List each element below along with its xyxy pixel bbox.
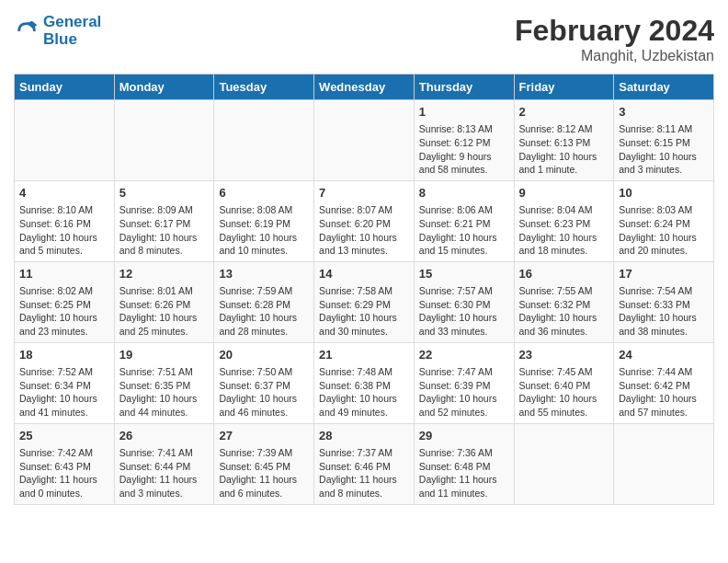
day-info: Sunrise: 8:06 AM Sunset: 6:21 PM Dayligh…	[419, 203, 509, 258]
calendar-week-row: 25Sunrise: 7:42 AM Sunset: 6:43 PM Dayli…	[15, 423, 714, 504]
day-info: Sunrise: 7:41 AM Sunset: 6:44 PM Dayligh…	[119, 446, 210, 500]
weekday-header-tuesday: Tuesday	[214, 75, 314, 100]
calendar-cell	[214, 100, 314, 181]
logo-blue: Blue	[43, 30, 77, 48]
day-info: Sunrise: 7:45 AM Sunset: 6:40 PM Dayligh…	[519, 365, 609, 419]
day-number: 2	[519, 104, 609, 121]
logo-icon	[14, 18, 40, 44]
day-number: 10	[619, 185, 709, 201]
day-info: Sunrise: 8:09 AM Sunset: 6:17 PM Dayligh…	[119, 203, 210, 258]
day-number: 12	[119, 266, 210, 282]
calendar-cell: 16Sunrise: 7:55 AM Sunset: 6:32 PM Dayli…	[514, 261, 614, 342]
calendar-cell: 26Sunrise: 7:41 AM Sunset: 6:44 PM Dayli…	[114, 423, 214, 504]
logo: General Blue	[14, 14, 101, 48]
day-info: Sunrise: 7:51 AM Sunset: 6:35 PM Dayligh…	[119, 365, 210, 419]
calendar-week-row: 1Sunrise: 8:13 AM Sunset: 6:12 PM Daylig…	[15, 100, 714, 181]
day-info: Sunrise: 8:02 AM Sunset: 6:25 PM Dayligh…	[19, 284, 109, 339]
day-number: 11	[19, 266, 109, 282]
calendar-cell: 23Sunrise: 7:45 AM Sunset: 6:40 PM Dayli…	[514, 342, 614, 423]
day-number: 18	[19, 347, 109, 363]
page-header: General Blue February 2024 Manghit, Uzbe…	[14, 14, 714, 64]
day-info: Sunrise: 7:37 AM Sunset: 6:46 PM Dayligh…	[319, 446, 409, 500]
day-info: Sunrise: 7:47 AM Sunset: 6:39 PM Dayligh…	[419, 365, 509, 419]
calendar-cell: 18Sunrise: 7:52 AM Sunset: 6:34 PM Dayli…	[15, 342, 115, 423]
calendar-week-row: 4Sunrise: 8:10 AM Sunset: 6:16 PM Daylig…	[15, 180, 714, 261]
day-info: Sunrise: 7:42 AM Sunset: 6:43 PM Dayligh…	[19, 446, 109, 500]
weekday-header-sunday: Sunday	[15, 75, 115, 100]
calendar-cell: 20Sunrise: 7:50 AM Sunset: 6:37 PM Dayli…	[214, 342, 314, 423]
calendar-cell: 2Sunrise: 8:12 AM Sunset: 6:13 PM Daylig…	[514, 100, 614, 181]
day-info: Sunrise: 7:54 AM Sunset: 6:33 PM Dayligh…	[619, 284, 709, 339]
day-info: Sunrise: 7:36 AM Sunset: 6:48 PM Dayligh…	[419, 446, 509, 500]
calendar-cell: 4Sunrise: 8:10 AM Sunset: 6:16 PM Daylig…	[15, 180, 115, 261]
calendar-week-row: 18Sunrise: 7:52 AM Sunset: 6:34 PM Dayli…	[15, 342, 714, 423]
day-number: 25	[19, 428, 109, 444]
calendar-cell	[614, 423, 714, 504]
day-info: Sunrise: 7:55 AM Sunset: 6:32 PM Dayligh…	[519, 284, 609, 339]
calendar-cell: 13Sunrise: 7:59 AM Sunset: 6:28 PM Dayli…	[214, 261, 314, 342]
day-number: 5	[119, 185, 210, 201]
day-number: 1	[419, 104, 509, 121]
day-number: 4	[19, 185, 109, 201]
calendar-cell: 5Sunrise: 8:09 AM Sunset: 6:17 PM Daylig…	[114, 180, 214, 261]
calendar-cell: 12Sunrise: 8:01 AM Sunset: 6:26 PM Dayli…	[114, 261, 214, 342]
day-info: Sunrise: 7:44 AM Sunset: 6:42 PM Dayligh…	[619, 365, 709, 419]
day-number: 22	[419, 347, 509, 363]
calendar-cell: 21Sunrise: 7:48 AM Sunset: 6:38 PM Dayli…	[314, 342, 415, 423]
day-number: 20	[219, 347, 309, 363]
calendar-cell: 3Sunrise: 8:11 AM Sunset: 6:15 PM Daylig…	[614, 100, 714, 181]
calendar-cell: 7Sunrise: 8:07 AM Sunset: 6:20 PM Daylig…	[314, 180, 415, 261]
calendar-cell: 29Sunrise: 7:36 AM Sunset: 6:48 PM Dayli…	[414, 423, 514, 504]
calendar-cell: 15Sunrise: 7:57 AM Sunset: 6:30 PM Dayli…	[414, 261, 514, 342]
day-number: 29	[419, 428, 509, 444]
weekday-header-friday: Friday	[514, 75, 614, 100]
day-info: Sunrise: 8:07 AM Sunset: 6:20 PM Dayligh…	[319, 203, 409, 258]
calendar-cell: 17Sunrise: 7:54 AM Sunset: 6:33 PM Dayli…	[614, 261, 714, 342]
day-info: Sunrise: 7:57 AM Sunset: 6:30 PM Dayligh…	[419, 284, 509, 339]
day-info: Sunrise: 8:04 AM Sunset: 6:23 PM Dayligh…	[519, 203, 609, 258]
calendar-cell: 10Sunrise: 8:03 AM Sunset: 6:24 PM Dayli…	[614, 180, 714, 261]
day-info: Sunrise: 8:13 AM Sunset: 6:12 PM Dayligh…	[419, 122, 509, 177]
day-info: Sunrise: 7:58 AM Sunset: 6:29 PM Dayligh…	[319, 284, 409, 339]
day-number: 27	[219, 428, 309, 444]
day-number: 15	[419, 266, 509, 282]
day-number: 23	[519, 347, 609, 363]
calendar-cell: 28Sunrise: 7:37 AM Sunset: 6:46 PM Dayli…	[314, 423, 415, 504]
day-number: 8	[419, 185, 509, 201]
day-info: Sunrise: 8:03 AM Sunset: 6:24 PM Dayligh…	[619, 203, 709, 258]
day-number: 3	[619, 104, 709, 121]
day-number: 24	[619, 347, 709, 363]
day-number: 17	[619, 266, 709, 282]
calendar-cell: 22Sunrise: 7:47 AM Sunset: 6:39 PM Dayli…	[414, 342, 514, 423]
day-info: Sunrise: 7:39 AM Sunset: 6:45 PM Dayligh…	[219, 446, 309, 500]
day-info: Sunrise: 7:59 AM Sunset: 6:28 PM Dayligh…	[219, 284, 309, 339]
calendar-cell	[314, 100, 415, 181]
calendar-cell: 14Sunrise: 7:58 AM Sunset: 6:29 PM Dayli…	[314, 261, 415, 342]
day-info: Sunrise: 7:48 AM Sunset: 6:38 PM Dayligh…	[319, 365, 409, 419]
logo-general: General	[43, 13, 101, 30]
calendar-cell: 11Sunrise: 8:02 AM Sunset: 6:25 PM Dayli…	[15, 261, 115, 342]
day-number: 9	[519, 185, 609, 201]
day-info: Sunrise: 7:50 AM Sunset: 6:37 PM Dayligh…	[219, 365, 309, 419]
day-info: Sunrise: 8:10 AM Sunset: 6:16 PM Dayligh…	[19, 203, 109, 258]
day-number: 6	[219, 185, 309, 201]
calendar-cell: 6Sunrise: 8:08 AM Sunset: 6:19 PM Daylig…	[214, 180, 314, 261]
calendar-cell	[15, 100, 115, 181]
weekday-header-thursday: Thursday	[414, 75, 514, 100]
calendar-cell: 25Sunrise: 7:42 AM Sunset: 6:43 PM Dayli…	[15, 423, 115, 504]
calendar-cell: 24Sunrise: 7:44 AM Sunset: 6:42 PM Dayli…	[614, 342, 714, 423]
day-number: 7	[319, 185, 409, 201]
weekday-header-monday: Monday	[114, 75, 214, 100]
day-number: 21	[319, 347, 409, 363]
page-title: February 2024	[515, 14, 714, 48]
day-number: 16	[519, 266, 609, 282]
day-info: Sunrise: 8:11 AM Sunset: 6:15 PM Dayligh…	[619, 122, 709, 177]
weekday-header-saturday: Saturday	[614, 75, 714, 100]
day-info: Sunrise: 8:01 AM Sunset: 6:26 PM Dayligh…	[119, 284, 210, 339]
weekday-header-wednesday: Wednesday	[314, 75, 415, 100]
calendar-cell	[114, 100, 214, 181]
day-number: 28	[319, 428, 409, 444]
day-number: 19	[119, 347, 210, 363]
day-number: 14	[319, 266, 409, 282]
day-info: Sunrise: 7:52 AM Sunset: 6:34 PM Dayligh…	[19, 365, 109, 419]
